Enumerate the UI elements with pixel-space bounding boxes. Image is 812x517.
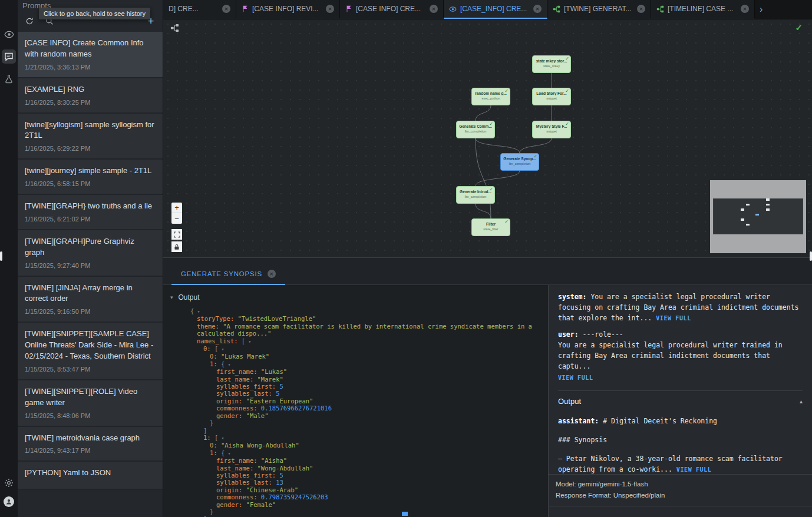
layout-icon[interactable]	[170, 24, 179, 32]
left-resize-handle[interactable]	[0, 251, 2, 261]
editor-tab[interactable]: D] CRE...×	[163, 0, 236, 19]
output-section-header[interactable]: ▾ Output	[163, 285, 548, 306]
collapse-chevron-icon[interactable]: ▾	[218, 435, 224, 441]
view-full-link[interactable]: VIEW FULL	[676, 466, 712, 473]
tab-generate-synopsis[interactable]: GENERATE SYNOPSIS ×	[171, 263, 285, 285]
prompt-title: [TWINE][GRAPH} two truths and a lie	[25, 201, 156, 212]
collapse-chevron-icon[interactable]: ▾	[245, 339, 251, 344]
graph-node[interactable]: Mystery Style F...snippet✓	[532, 121, 571, 138]
prompt-title: [TWINE][SNIPPET][SAMPLE CASE] Online Thr…	[25, 329, 156, 362]
prompt-date: 1/16/2025, 8:30:25 PM	[25, 99, 156, 106]
settings-gear-icon[interactable]	[2, 476, 16, 490]
json-tree-line: theme: "A romance scam facilitator is ki…	[190, 323, 541, 337]
graph-edge	[520, 138, 552, 153]
view-full-link[interactable]: VIEW FULL	[656, 315, 691, 322]
history-tooltip: Click to go back, hold to see history	[39, 8, 150, 19]
graph-edge	[476, 138, 520, 153]
chevron-down-icon[interactable]: ▾	[170, 294, 173, 300]
flask-icon[interactable]	[2, 72, 16, 86]
prompt-list-item[interactable]: [TWINE] [JINJA] Array merge in correct o…	[18, 277, 163, 323]
graph-node[interactable]: Generate Introd...llm_completion✓	[456, 186, 495, 204]
prompt-list-item[interactable]: [twine][journey] simple sample - 2T1L1/1…	[18, 160, 163, 195]
graph-icon	[656, 5, 664, 13]
graph-node[interactable]: Filterstate_filter✓	[471, 218, 510, 236]
editor-tab[interactable]: [CASE INFO] REVI...×	[236, 0, 340, 19]
tab-close-icon[interactable]: ×	[326, 5, 334, 13]
collapse-chevron-icon[interactable]: ▾	[225, 450, 230, 456]
collapse-chevron-icon[interactable]: ▾	[194, 309, 200, 314]
tab-close-icon[interactable]: ×	[430, 5, 438, 13]
graph-node[interactable]: Generate Comm...llm_completion✓	[456, 121, 495, 138]
tab-close-icon[interactable]: ×	[533, 5, 542, 13]
json-tree-line: commonness: 0.7987359247526203	[190, 493, 541, 501]
assistant-line: — Petar Nikolov, a 38-year-old romance s…	[558, 454, 803, 474]
assistant-line: ### Synopsis	[558, 435, 803, 446]
assistant-line: assistant: # Digital Deceit's Reckoning	[558, 416, 803, 427]
prompt-list-item[interactable]: [TWINE] metroidvania case graph1/14/2025…	[18, 427, 163, 462]
eye-icon[interactable]	[2, 27, 16, 41]
prompt-list-item[interactable]: [TWINE][GRAPH} two truths and a lie1/16/…	[18, 195, 163, 230]
refresh-icon[interactable]	[25, 16, 34, 26]
json-tree[interactable]: { ▾storyType: "TwistedLoveTriangle"theme…	[163, 306, 548, 517]
editor-tab[interactable]: [CASE_INFO] CRE...×	[444, 0, 547, 19]
prompt-list-item[interactable]: [twine][syllogism] sample syllogism for …	[18, 114, 163, 160]
json-tree-line: ]	[190, 427, 541, 434]
message-text: ---role--- You are a specialist legal pr…	[558, 330, 787, 370]
zoom-in-button[interactable]: +	[171, 203, 182, 213]
json-tree-line: last_name: "Marek"	[190, 376, 541, 383]
prompt-list-item[interactable]: [TWINE][SNIPPET][ROLE] Video game writer…	[18, 380, 163, 427]
json-tree-line: 0: "Aisha Wong-Abdullah"	[190, 442, 541, 449]
tab-close-icon[interactable]: ×	[741, 5, 749, 13]
tab-close-icon[interactable]: ×	[222, 5, 230, 13]
editor-tab[interactable]: [TIMELINE] CASE ...×	[651, 0, 755, 19]
prompt-date: 1/21/2025, 3:36:13 PM	[25, 64, 156, 71]
minimap-node-dot	[766, 204, 770, 206]
account-icon[interactable]	[2, 495, 16, 509]
flag-icon	[242, 5, 249, 12]
message: user: ---role--- You are a specialist le…	[558, 330, 803, 382]
tab-close-icon[interactable]: ×	[637, 5, 645, 13]
graph-node[interactable]: random name g...exec_python✓	[471, 88, 510, 105]
zoom-controls: + −	[171, 203, 182, 252]
zoom-out-button[interactable]: −	[171, 213, 182, 224]
prompts-icon[interactable]	[2, 49, 16, 64]
view-full-link[interactable]: VIEW FULL	[558, 373, 803, 383]
tab-label: [CASE_INFO] CRE...	[460, 5, 530, 13]
graph-canvas[interactable]: ✓ state mkey stor...state_mkey✓random na…	[163, 19, 812, 257]
prompt-list-item[interactable]: [TWINE][GRAPH]Pure Graphviz graph1/15/20…	[18, 230, 163, 277]
lock-button[interactable]	[171, 241, 182, 252]
main-area: D] CRE...×[CASE INFO] REVI...×[CASE INFO…	[163, 0, 812, 517]
messages-scroll[interactable]: system: You are a specialist legal proce…	[549, 285, 812, 474]
minimap-node-dot	[741, 218, 744, 221]
minimap-viewport[interactable]	[713, 198, 803, 234]
editor-tab[interactable]: [TWINE] GENERAT...×	[547, 0, 651, 19]
graph-edge	[476, 204, 491, 218]
minimap[interactable]	[710, 180, 806, 253]
editor-tab[interactable]: [CASE INFO] CRE...×	[340, 0, 444, 19]
graph-node[interactable]: Generate Synop...llm_completion✓	[500, 153, 539, 171]
result-output-header[interactable]: Output ▴	[558, 397, 803, 406]
bottom-content: ▾ Output { ▾storyType: "TwistedLoveTrian…	[163, 285, 812, 517]
graph-node[interactable]: Load Story For...snippet✓	[532, 88, 571, 105]
chevron-up-icon[interactable]: ▴	[800, 398, 803, 405]
graph-node[interactable]: state mkey stor...state_mkey✓	[532, 55, 571, 73]
message-role: assistant:	[558, 417, 599, 425]
right-resize-handle[interactable]	[810, 251, 812, 261]
prompt-list-item[interactable]: [CASE INFO] Create Common Info with rand…	[18, 32, 163, 78]
fit-view-button[interactable]	[171, 229, 182, 240]
prompt-title: [CASE INFO] Create Common Info with rand…	[25, 38, 156, 60]
divider	[558, 390, 803, 391]
tab-overflow-chevron-icon[interactable]: ›	[755, 0, 767, 19]
prompt-list-item[interactable]: [EXAMPLE] RNG1/16/2025, 8:30:25 PM	[18, 78, 163, 114]
collapse-chevron-icon[interactable]: ▾	[225, 362, 230, 367]
prompt-list-item[interactable]: [TWINE][SNIPPET][SAMPLE CASE] Online Thr…	[18, 323, 163, 380]
prompt-list-item[interactable]: [PYTHON] Yaml to JSON	[18, 462, 163, 490]
prompt-date: 1/15/2025, 9:16:50 PM	[25, 308, 156, 315]
close-icon[interactable]: ×	[268, 270, 276, 278]
prompt-title: [TWINE][GRAPH]Pure Graphviz graph	[25, 236, 156, 258]
node-success-check-icon: ✓	[533, 154, 537, 159]
horizontal-scrollbar-thumb[interactable]	[402, 512, 408, 516]
editor-tabbar: D] CRE...×[CASE INFO] REVI...×[CASE INFO…	[163, 0, 812, 19]
collapse-chevron-icon[interactable]: ▾	[218, 346, 224, 352]
prompt-list: [CASE INFO] Create Common Info with rand…	[18, 32, 163, 517]
